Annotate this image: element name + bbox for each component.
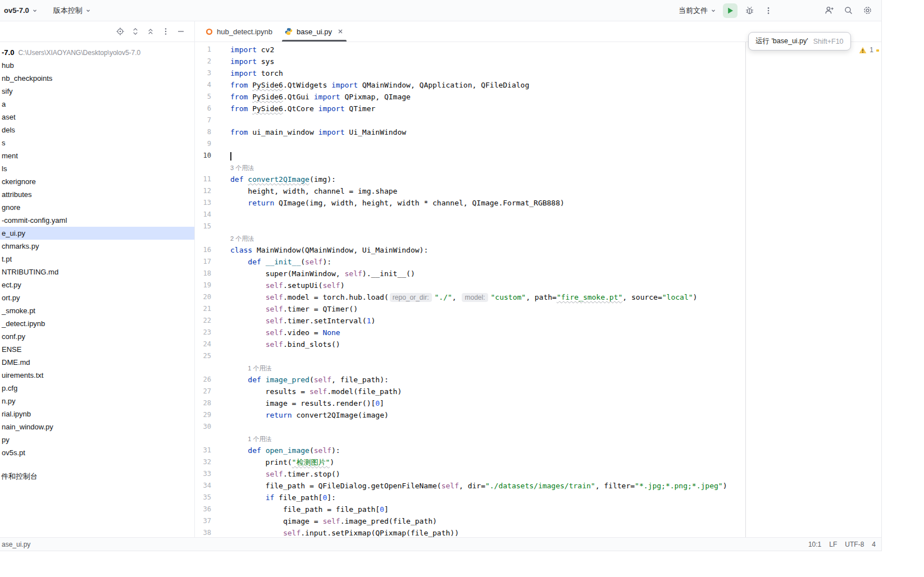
line-number[interactable]: 4: [195, 79, 222, 91]
tool-window-bottom-label[interactable]: 件和控制台: [0, 471, 194, 482]
scrollbar-warning-mark[interactable]: [876, 49, 879, 52]
line-number[interactable]: 10: [195, 150, 222, 162]
code-vision-usages[interactable]: 3 个用法: [230, 164, 254, 171]
line-number[interactable]: 35: [195, 492, 222, 503]
hide-panel-icon[interactable]: [176, 27, 185, 36]
line-number[interactable]: 9: [195, 138, 222, 150]
project-tree-item[interactable]: s: [0, 136, 194, 149]
line-number[interactable]: 13: [195, 197, 222, 209]
line-number[interactable]: 26: [195, 374, 222, 386]
project-tree-item[interactable]: ENSE: [0, 343, 194, 356]
line-number[interactable]: 30: [195, 421, 222, 433]
line-number[interactable]: [195, 162, 222, 173]
line-number[interactable]: 37: [195, 515, 222, 527]
indent-size[interactable]: 4: [872, 541, 876, 548]
project-tree-item[interactable]: ment: [0, 149, 194, 162]
debug-button[interactable]: [742, 3, 757, 18]
more-options-icon[interactable]: [161, 27, 170, 36]
line-number[interactable]: 33: [195, 468, 222, 480]
line-number[interactable]: 21: [195, 303, 222, 315]
project-tree-item[interactable]: py: [0, 433, 194, 446]
project-tree-item[interactable]: n.py: [0, 395, 194, 407]
line-number[interactable]: 5: [195, 91, 222, 103]
project-tree-item[interactable]: dels: [0, 123, 194, 136]
line-number[interactable]: 38: [195, 527, 222, 537]
line-number[interactable]: [195, 232, 222, 244]
project-tree-item[interactable]: e_ui.py: [0, 227, 194, 240]
line-number[interactable]: 34: [195, 480, 222, 492]
tab-base-ui[interactable]: base_ui.py: [279, 21, 350, 42]
line-number[interactable]: 19: [195, 280, 222, 291]
line-number[interactable]: 17: [195, 256, 222, 268]
inspections-widget[interactable]: 1: [859, 46, 873, 54]
line-number[interactable]: 32: [195, 456, 222, 468]
locate-file-icon[interactable]: [116, 27, 125, 36]
project-tree-root[interactable]: -7.0C:\Users\XIAOYANG\Desktop\yolov5-7.0: [0, 46, 194, 59]
line-number[interactable]: 6: [195, 103, 222, 115]
project-tree-item[interactable]: _smoke.pt: [0, 304, 194, 317]
more-actions-button[interactable]: [761, 3, 776, 18]
line-number[interactable]: 8: [195, 126, 222, 138]
project-tree-item[interactable]: a: [0, 98, 194, 111]
collapse-all-icon[interactable]: [146, 27, 155, 36]
code-vision-usages[interactable]: 1 个用法: [248, 365, 271, 372]
project-tree-item[interactable]: NTRIBUTING.md: [0, 265, 194, 278]
project-tree-item[interactable]: ov5s.pt: [0, 446, 194, 459]
file-encoding[interactable]: UTF-8: [845, 541, 864, 548]
line-number[interactable]: 18: [195, 268, 222, 280]
line-number[interactable]: 25: [195, 350, 222, 362]
project-tree-item[interactable]: DME.md: [0, 356, 194, 369]
project-tree-item[interactable]: _detect.ipynb: [0, 317, 194, 330]
line-number[interactable]: 27: [195, 386, 222, 397]
project-tree-item[interactable]: ckerignore: [0, 175, 194, 188]
line-number[interactable]: 11: [195, 173, 222, 185]
project-widget[interactable]: ov5-7.0: [2, 4, 40, 17]
add-user-button[interactable]: [822, 3, 836, 18]
caret-position[interactable]: 10:1: [808, 541, 821, 548]
project-tree-item[interactable]: hub: [0, 59, 194, 72]
line-number[interactable]: 28: [195, 397, 222, 409]
line-number[interactable]: [195, 433, 222, 445]
line-number[interactable]: 29: [195, 409, 222, 421]
line-number[interactable]: 31: [195, 445, 222, 456]
project-tree-item[interactable]: nb_checkpoints: [0, 72, 194, 85]
project-tree-item[interactable]: uirements.txt: [0, 369, 194, 382]
project-tree-item[interactable]: rial.ipynb: [0, 407, 194, 420]
project-tree-item[interactable]: gnore: [0, 201, 194, 214]
project-tree-item[interactable]: nain_window.py: [0, 420, 194, 433]
line-number[interactable]: 2: [195, 56, 222, 67]
line-number[interactable]: 16: [195, 244, 222, 256]
project-tree-item[interactable]: ls: [0, 162, 194, 175]
code-vision-usages[interactable]: 1 个用法: [248, 436, 271, 442]
line-number[interactable]: 14: [195, 209, 222, 221]
project-tree-item[interactable]: ect.py: [0, 278, 194, 291]
project-tree-item[interactable]: conf.py: [0, 330, 194, 343]
code-vision-usages[interactable]: 2 个用法: [230, 235, 254, 242]
project-tree-item[interactable]: p.cfg: [0, 382, 194, 395]
line-number[interactable]: 15: [195, 221, 222, 232]
line-number[interactable]: 24: [195, 338, 222, 350]
line-number[interactable]: [195, 362, 222, 374]
run-configuration-widget[interactable]: 当前文件: [676, 3, 718, 18]
line-number[interactable]: 7: [195, 115, 222, 126]
line-number[interactable]: 23: [195, 327, 222, 338]
line-number[interactable]: 22: [195, 315, 222, 327]
search-everywhere-button[interactable]: [841, 3, 855, 18]
line-number[interactable]: 3: [195, 67, 222, 79]
line-number[interactable]: 36: [195, 503, 222, 515]
project-tree-item[interactable]: -commit-config.yaml: [0, 214, 194, 227]
project-tree-item[interactable]: attributes: [0, 188, 194, 201]
run-button[interactable]: [723, 3, 738, 18]
expand-selection-icon[interactable]: [131, 27, 140, 36]
line-separator[interactable]: LF: [829, 541, 837, 548]
line-number[interactable]: 12: [195, 185, 222, 197]
vcs-widget[interactable]: 版本控制: [51, 3, 93, 18]
code-editor[interactable]: 1import cv22import sys3import torch4from…: [195, 42, 881, 537]
project-tree-item[interactable]: sify: [0, 85, 194, 98]
project-tree-item[interactable]: ort.py: [0, 291, 194, 304]
tab-close-button[interactable]: [337, 28, 344, 35]
tab-hub-detect[interactable]: hub_detect.ipynb: [199, 21, 279, 42]
project-tree-item[interactable]: t.pt: [0, 253, 194, 265]
line-number[interactable]: 20: [195, 291, 222, 303]
project-tree-item[interactable]: chmarks.py: [0, 240, 194, 253]
